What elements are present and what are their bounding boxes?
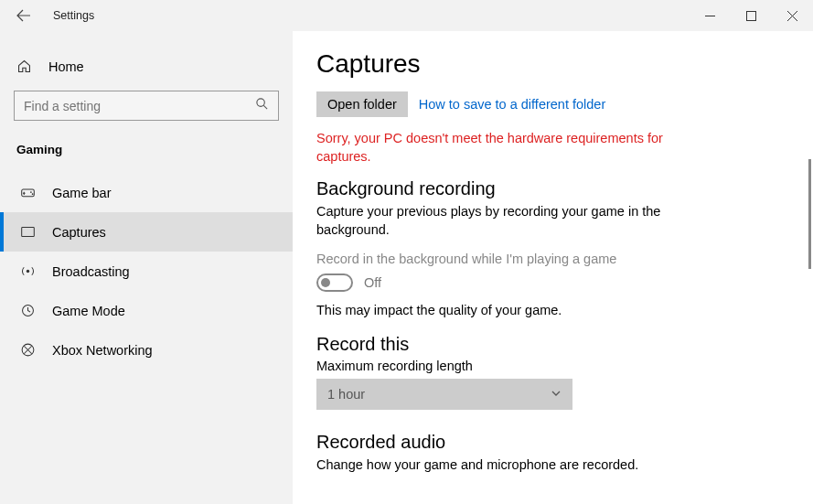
svg-point-1 [257, 99, 264, 106]
max-length-label: Maximum recording length [316, 359, 789, 373]
main-content: Captures Open folder How to save to a di… [293, 31, 813, 504]
page-title: Captures [316, 49, 789, 79]
close-button[interactable] [772, 2, 813, 29]
xbox-networking-icon [20, 342, 36, 358]
svg-rect-0 [747, 11, 756, 20]
svg-point-3 [30, 191, 32, 193]
toggle-state-text: Off [364, 275, 381, 290]
titlebar: Settings [0, 0, 813, 31]
how-to-save-link[interactable]: How to save to a different folder [419, 97, 605, 112]
sidebar: Home Gaming Game bar [0, 31, 293, 504]
category-header: Gaming [0, 137, 293, 173]
toggle-knob [321, 278, 330, 287]
section-background-recording: Background recording [316, 178, 789, 199]
sidebar-item-game-bar[interactable]: Game bar [0, 173, 293, 212]
error-message: Sorry, your PC doesn't meet the hardware… [316, 130, 710, 166]
back-button[interactable] [11, 3, 37, 28]
maximize-button[interactable] [731, 2, 772, 29]
sidebar-item-label: Broadcasting [52, 264, 130, 279]
back-arrow-icon [16, 8, 31, 23]
open-folder-button[interactable]: Open folder [316, 91, 408, 117]
window-title: Settings [53, 9, 94, 22]
svg-point-6 [27, 270, 29, 273]
sidebar-item-captures[interactable]: Captures [0, 212, 293, 252]
home-label: Home [48, 59, 84, 74]
sidebar-item-game-mode[interactable]: Game Mode [0, 291, 293, 330]
chevron-down-icon [551, 387, 562, 402]
maximize-icon [746, 11, 756, 21]
recorded-audio-desc: Change how your game and microphone are … [316, 456, 710, 475]
minimize-button[interactable] [690, 2, 731, 29]
svg-point-4 [32, 193, 34, 195]
search-field[interactable] [24, 99, 255, 113]
section-recorded-audio: Recorded audio [316, 432, 789, 453]
section-record-this: Record this [316, 334, 789, 355]
bg-record-toggle[interactable] [316, 273, 353, 292]
game-bar-icon [20, 185, 36, 200]
sidebar-item-label: Game bar [52, 186, 111, 200]
bg-recording-desc: Capture your previous plays by recording… [316, 203, 710, 239]
game-mode-icon [20, 303, 36, 318]
home-icon [16, 59, 32, 74]
broadcasting-icon [20, 263, 36, 279]
close-icon [787, 11, 797, 21]
sidebar-item-label: Game Mode [52, 304, 125, 318]
select-value: 1 hour [327, 387, 365, 402]
search-input[interactable] [14, 91, 279, 121]
bg-record-note: This may impact the quality of your game… [316, 303, 789, 317]
search-icon [255, 97, 269, 114]
sidebar-item-broadcasting[interactable]: Broadcasting [0, 252, 293, 291]
captures-icon [20, 224, 36, 240]
sidebar-item-label: Xbox Networking [52, 343, 153, 358]
sidebar-home[interactable]: Home [0, 49, 293, 83]
sidebar-item-label: Captures [52, 225, 106, 240]
max-length-select[interactable]: 1 hour [316, 379, 572, 410]
minimize-icon [705, 11, 715, 21]
sidebar-item-xbox-networking[interactable]: Xbox Networking [0, 330, 293, 370]
bg-toggle-label: Record in the background while I'm playi… [316, 252, 789, 266]
scrollbar[interactable] [808, 159, 811, 269]
svg-rect-5 [22, 227, 35, 236]
